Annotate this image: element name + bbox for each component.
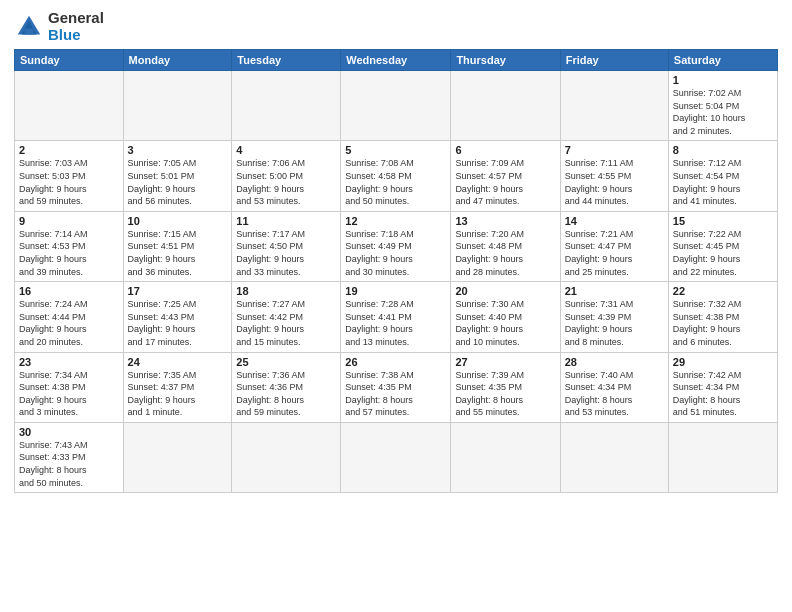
calendar-cell: 6Sunrise: 7:09 AM Sunset: 4:57 PM Daylig… — [451, 141, 560, 211]
day-number: 22 — [673, 285, 773, 297]
calendar-week-row: 2Sunrise: 7:03 AM Sunset: 5:03 PM Daylig… — [15, 141, 778, 211]
day-info: Sunrise: 7:17 AM Sunset: 4:50 PM Dayligh… — [236, 228, 336, 278]
calendar-cell — [232, 71, 341, 141]
day-info: Sunrise: 7:21 AM Sunset: 4:47 PM Dayligh… — [565, 228, 664, 278]
calendar-cell: 20Sunrise: 7:30 AM Sunset: 4:40 PM Dayli… — [451, 282, 560, 352]
calendar-cell: 2Sunrise: 7:03 AM Sunset: 5:03 PM Daylig… — [15, 141, 124, 211]
day-info: Sunrise: 7:24 AM Sunset: 4:44 PM Dayligh… — [19, 298, 119, 348]
calendar-table: SundayMondayTuesdayWednesdayThursdayFrid… — [14, 49, 778, 493]
day-info: Sunrise: 7:43 AM Sunset: 4:33 PM Dayligh… — [19, 439, 119, 489]
col-header-sunday: Sunday — [15, 50, 124, 71]
calendar-cell — [560, 71, 668, 141]
page: General Blue SundayMondayTuesdayWednesda… — [0, 0, 792, 612]
day-number: 4 — [236, 144, 336, 156]
calendar-cell: 23Sunrise: 7:34 AM Sunset: 4:38 PM Dayli… — [15, 352, 124, 422]
day-number: 18 — [236, 285, 336, 297]
day-number: 29 — [673, 356, 773, 368]
day-number: 19 — [345, 285, 446, 297]
day-number: 13 — [455, 215, 555, 227]
day-number: 26 — [345, 356, 446, 368]
calendar-cell: 26Sunrise: 7:38 AM Sunset: 4:35 PM Dayli… — [341, 352, 451, 422]
calendar-week-row: 9Sunrise: 7:14 AM Sunset: 4:53 PM Daylig… — [15, 211, 778, 281]
calendar-cell — [123, 422, 232, 492]
day-info: Sunrise: 7:28 AM Sunset: 4:41 PM Dayligh… — [345, 298, 446, 348]
day-info: Sunrise: 7:38 AM Sunset: 4:35 PM Dayligh… — [345, 369, 446, 419]
day-number: 11 — [236, 215, 336, 227]
day-info: Sunrise: 7:05 AM Sunset: 5:01 PM Dayligh… — [128, 157, 228, 207]
calendar-cell: 12Sunrise: 7:18 AM Sunset: 4:49 PM Dayli… — [341, 211, 451, 281]
calendar-cell — [451, 71, 560, 141]
day-number: 8 — [673, 144, 773, 156]
calendar-cell: 10Sunrise: 7:15 AM Sunset: 4:51 PM Dayli… — [123, 211, 232, 281]
day-info: Sunrise: 7:22 AM Sunset: 4:45 PM Dayligh… — [673, 228, 773, 278]
calendar-cell: 28Sunrise: 7:40 AM Sunset: 4:34 PM Dayli… — [560, 352, 668, 422]
day-number: 14 — [565, 215, 664, 227]
calendar-cell: 8Sunrise: 7:12 AM Sunset: 4:54 PM Daylig… — [668, 141, 777, 211]
day-info: Sunrise: 7:20 AM Sunset: 4:48 PM Dayligh… — [455, 228, 555, 278]
day-info: Sunrise: 7:40 AM Sunset: 4:34 PM Dayligh… — [565, 369, 664, 419]
day-info: Sunrise: 7:14 AM Sunset: 4:53 PM Dayligh… — [19, 228, 119, 278]
col-header-saturday: Saturday — [668, 50, 777, 71]
col-header-wednesday: Wednesday — [341, 50, 451, 71]
day-number: 5 — [345, 144, 446, 156]
calendar-cell — [15, 71, 124, 141]
calendar-cell: 17Sunrise: 7:25 AM Sunset: 4:43 PM Dayli… — [123, 282, 232, 352]
day-number: 6 — [455, 144, 555, 156]
day-info: Sunrise: 7:06 AM Sunset: 5:00 PM Dayligh… — [236, 157, 336, 207]
calendar-cell: 5Sunrise: 7:08 AM Sunset: 4:58 PM Daylig… — [341, 141, 451, 211]
day-number: 24 — [128, 356, 228, 368]
day-info: Sunrise: 7:11 AM Sunset: 4:55 PM Dayligh… — [565, 157, 664, 207]
calendar-cell — [668, 422, 777, 492]
col-header-monday: Monday — [123, 50, 232, 71]
day-number: 10 — [128, 215, 228, 227]
day-info: Sunrise: 7:31 AM Sunset: 4:39 PM Dayligh… — [565, 298, 664, 348]
col-header-friday: Friday — [560, 50, 668, 71]
calendar-cell: 13Sunrise: 7:20 AM Sunset: 4:48 PM Dayli… — [451, 211, 560, 281]
day-number: 2 — [19, 144, 119, 156]
day-number: 30 — [19, 426, 119, 438]
calendar-cell: 15Sunrise: 7:22 AM Sunset: 4:45 PM Dayli… — [668, 211, 777, 281]
calendar-cell: 24Sunrise: 7:35 AM Sunset: 4:37 PM Dayli… — [123, 352, 232, 422]
day-info: Sunrise: 7:09 AM Sunset: 4:57 PM Dayligh… — [455, 157, 555, 207]
calendar-cell: 11Sunrise: 7:17 AM Sunset: 4:50 PM Dayli… — [232, 211, 341, 281]
col-header-tuesday: Tuesday — [232, 50, 341, 71]
calendar-cell — [232, 422, 341, 492]
calendar-cell: 7Sunrise: 7:11 AM Sunset: 4:55 PM Daylig… — [560, 141, 668, 211]
calendar-cell: 27Sunrise: 7:39 AM Sunset: 4:35 PM Dayli… — [451, 352, 560, 422]
day-info: Sunrise: 7:02 AM Sunset: 5:04 PM Dayligh… — [673, 87, 773, 137]
day-number: 16 — [19, 285, 119, 297]
calendar-cell: 1Sunrise: 7:02 AM Sunset: 5:04 PM Daylig… — [668, 71, 777, 141]
day-number: 3 — [128, 144, 228, 156]
calendar-cell: 18Sunrise: 7:27 AM Sunset: 4:42 PM Dayli… — [232, 282, 341, 352]
calendar-cell: 25Sunrise: 7:36 AM Sunset: 4:36 PM Dayli… — [232, 352, 341, 422]
calendar-cell — [123, 71, 232, 141]
calendar-cell — [451, 422, 560, 492]
col-header-thursday: Thursday — [451, 50, 560, 71]
header: General Blue — [14, 10, 778, 43]
calendar-week-row: 16Sunrise: 7:24 AM Sunset: 4:44 PM Dayli… — [15, 282, 778, 352]
day-info: Sunrise: 7:35 AM Sunset: 4:37 PM Dayligh… — [128, 369, 228, 419]
calendar-cell: 22Sunrise: 7:32 AM Sunset: 4:38 PM Dayli… — [668, 282, 777, 352]
day-info: Sunrise: 7:39 AM Sunset: 4:35 PM Dayligh… — [455, 369, 555, 419]
calendar-cell: 30Sunrise: 7:43 AM Sunset: 4:33 PM Dayli… — [15, 422, 124, 492]
day-number: 20 — [455, 285, 555, 297]
day-info: Sunrise: 7:36 AM Sunset: 4:36 PM Dayligh… — [236, 369, 336, 419]
day-number: 12 — [345, 215, 446, 227]
calendar-week-row: 23Sunrise: 7:34 AM Sunset: 4:38 PM Dayli… — [15, 352, 778, 422]
day-info: Sunrise: 7:30 AM Sunset: 4:40 PM Dayligh… — [455, 298, 555, 348]
day-number: 1 — [673, 74, 773, 86]
calendar-cell — [341, 71, 451, 141]
calendar-cell: 21Sunrise: 7:31 AM Sunset: 4:39 PM Dayli… — [560, 282, 668, 352]
logo-icon — [14, 12, 44, 42]
calendar-cell: 4Sunrise: 7:06 AM Sunset: 5:00 PM Daylig… — [232, 141, 341, 211]
day-number: 25 — [236, 356, 336, 368]
calendar-week-row: 1Sunrise: 7:02 AM Sunset: 5:04 PM Daylig… — [15, 71, 778, 141]
svg-rect-3 — [25, 28, 34, 34]
calendar-cell: 3Sunrise: 7:05 AM Sunset: 5:01 PM Daylig… — [123, 141, 232, 211]
logo-text: General Blue — [48, 10, 104, 43]
day-info: Sunrise: 7:12 AM Sunset: 4:54 PM Dayligh… — [673, 157, 773, 207]
day-info: Sunrise: 7:27 AM Sunset: 4:42 PM Dayligh… — [236, 298, 336, 348]
calendar-cell — [560, 422, 668, 492]
day-number: 17 — [128, 285, 228, 297]
calendar-cell: 9Sunrise: 7:14 AM Sunset: 4:53 PM Daylig… — [15, 211, 124, 281]
